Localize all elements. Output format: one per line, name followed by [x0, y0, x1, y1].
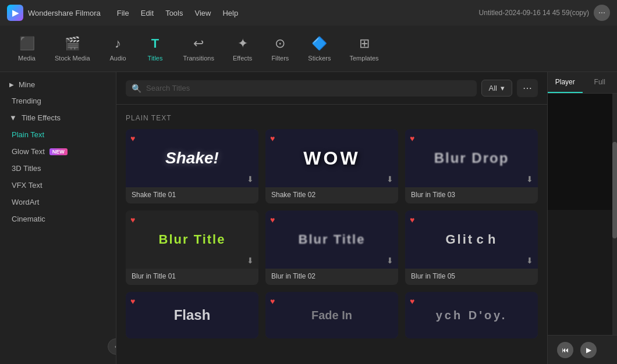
thumb-text-blur05: Glit c h [445, 232, 497, 247]
sidebar-item-cinematic[interactable]: Cinematic [0, 210, 116, 227]
collapse-sidebar-button[interactable]: ‹ [108, 338, 116, 355]
audio-icon: ♪ [115, 36, 121, 51]
titles-label: Titles [148, 55, 163, 62]
thumb-blur-03: ♥ Blur Drop ⬇ [405, 129, 538, 187]
toolbar-item-filters[interactable]: ⊙ Filters [263, 31, 297, 66]
sidebar: ▶ Mine Trending ▼ Title Effects Plain Te… [0, 72, 116, 364]
toolbar-item-transitions[interactable]: ↩ Transitions [175, 31, 222, 66]
toolbar-item-audio[interactable]: ♪ Audio [101, 31, 136, 66]
favorite-icon: ♥ [130, 215, 135, 224]
menu-edit[interactable]: Edit [141, 6, 154, 20]
media-icon: ⬛ [19, 36, 35, 51]
filters-icon: ⊙ [275, 36, 285, 51]
wordart-label: WordArt [12, 198, 39, 206]
grid-item-blur-03[interactable]: ♥ Blur Drop ⬇ Blur in Title 03 [405, 129, 538, 204]
player-tabs: Player Full [548, 72, 617, 94]
label-shake-01: Shake Title 01 [126, 187, 258, 204]
filters-label: Filters [271, 55, 289, 62]
tab-full[interactable]: Full [583, 72, 618, 93]
sidebar-item-mine[interactable]: ▶ Mine [0, 77, 116, 92]
filter-dropdown[interactable]: All ▾ [481, 80, 512, 97]
menu-bar: File Edit Tools View Help [117, 6, 474, 20]
menu-view[interactable]: View [194, 6, 211, 20]
media-label: Media [18, 55, 36, 62]
thumb-shake-02: ♥ WOW ⬇ [265, 129, 398, 187]
grid-item-blur-01[interactable]: ♥ Blur Title ⬇ Blur in Title 01 [126, 210, 258, 285]
sidebar-item-plain-text[interactable]: Plain Text [0, 126, 116, 143]
thumb-text-shake02: WOW [303, 148, 360, 169]
menu-file[interactable]: File [117, 6, 129, 20]
thumb-text-9: ych D'oy. [436, 309, 508, 322]
grid-item-8[interactable]: ♥ Fade In [265, 292, 398, 338]
sidebar-item-trending[interactable]: Trending [0, 92, 116, 109]
toolbar-item-titles[interactable]: T Titles [138, 31, 173, 66]
search-input[interactable] [146, 84, 471, 92]
label-blur-02: Blur in Title 02 [265, 269, 398, 285]
search-bar: 🔍 All ▾ ⋯ [116, 72, 547, 105]
download-icon-6[interactable]: ⬇ [526, 256, 533, 265]
stock-media-label: Stock Media [55, 55, 90, 62]
templates-icon: ⊞ [359, 36, 370, 51]
thumb-9: ♥ ych D'oy. [405, 292, 538, 338]
sidebar-item-vfx-text[interactable]: VFX Text [0, 177, 116, 194]
toolbar-item-effects[interactable]: ✦ Effects [225, 31, 260, 66]
toolbar-item-media[interactable]: ⬛ Media [9, 31, 44, 66]
grid-item-shake-02[interactable]: ♥ WOW ⬇ Shake Title 02 [265, 129, 398, 204]
mine-label: Mine [19, 80, 35, 89]
sidebar-item-3d-titles[interactable]: 3D Titles [0, 160, 116, 177]
sidebar-item-glow-text[interactable]: Glow Text NEW [0, 143, 116, 160]
player-preview [548, 94, 617, 210]
section-plain-text-header: PLAIN TEXT [126, 114, 538, 122]
play-button[interactable]: ▶ [580, 342, 597, 358]
toolbar-item-stickers[interactable]: 🔷 Stickers [300, 31, 339, 66]
download-icon-2[interactable]: ⬇ [386, 174, 393, 184]
favorite-icon: ♥ [410, 134, 414, 143]
download-icon-1[interactable]: ⬇ [247, 174, 254, 184]
sidebar-item-wordart[interactable]: WordArt [0, 194, 116, 210]
grid-item-7[interactable]: ♥ Flash [126, 292, 258, 338]
glow-text-label: Glow Text [12, 147, 45, 156]
mine-arrow-icon: ▶ [9, 81, 14, 88]
toolbar-item-templates[interactable]: ⊞ Templates [341, 31, 386, 66]
title-effects-arrow-icon: ▼ [9, 113, 17, 122]
favorite-icon: ♥ [270, 215, 275, 224]
thumb-text-blur03: Blur Drop [434, 150, 509, 166]
transitions-icon: ↩ [193, 36, 204, 51]
stock-media-icon: 🎬 [65, 36, 80, 51]
grid-item-9[interactable]: ♥ ych D'oy. [405, 292, 538, 338]
label-blur-03: Blur in Title 03 [405, 187, 538, 204]
new-badge: NEW [49, 148, 68, 155]
app-logo: ▶ [7, 5, 23, 21]
filter-label: All [489, 84, 497, 92]
more-options-button[interactable]: ⋯ [517, 79, 538, 97]
stickers-label: Stickers [308, 55, 331, 62]
download-icon-4[interactable]: ⬇ [247, 256, 254, 265]
vfx-text-label: VFX Text [12, 181, 42, 190]
menu-tools[interactable]: Tools [165, 6, 183, 20]
thumb-7: ♥ Flash [126, 292, 258, 338]
thumb-blur-02: ♥ Blur Title ⬇ [265, 210, 398, 269]
favorite-icon: ♥ [130, 297, 135, 306]
sidebar-item-title-effects[interactable]: ▼ Title Effects [0, 109, 116, 126]
thumb-text-7: Flash [174, 307, 211, 323]
search-input-wrap[interactable]: 🔍 [126, 80, 477, 97]
scroll-thumb[interactable] [612, 142, 617, 238]
thumb-shake-01: ♥ Shake! ⬇ [126, 129, 258, 187]
filter-chevron-icon: ▾ [501, 84, 505, 92]
favorite-icon: ♥ [410, 297, 414, 306]
tab-player[interactable]: Player [548, 72, 583, 93]
toolbar: ⬛ Media 🎬 Stock Media ♪ Audio T Titles ↩… [0, 26, 617, 72]
download-icon-5[interactable]: ⬇ [386, 256, 393, 265]
player-content [548, 94, 617, 335]
grid-item-blur-02[interactable]: ♥ Blur Title ⬇ Blur in Title 02 [265, 210, 398, 285]
scroll-track [612, 94, 617, 335]
favorite-icon: ♥ [270, 297, 275, 306]
grid-item-shake-01[interactable]: ♥ Shake! ⬇ Shake Title 01 [126, 129, 258, 204]
toolbar-item-stock-media[interactable]: 🎬 Stock Media [47, 31, 98, 66]
menu-help[interactable]: Help [222, 6, 238, 20]
grid-item-blur-05[interactable]: ♥ Glit c h ⬇ Blur in Title 05 [405, 210, 538, 285]
effects-label: Effects [233, 55, 252, 62]
window-menu-button[interactable]: ⋯ [594, 5, 610, 21]
rewind-button[interactable]: ⏮ [557, 342, 573, 358]
download-icon-3[interactable]: ⬇ [526, 174, 533, 184]
